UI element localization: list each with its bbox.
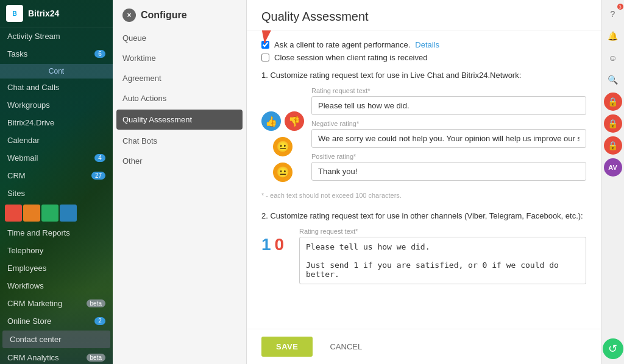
sidebar: B Bitrix24 Activity Stream Tasks 6 Cont … [0, 0, 113, 364]
rating-icons-col: 👍 👎 😐 😐 [261, 87, 304, 182]
bell-icon-btn[interactable]: 🔔 [604, 27, 622, 45]
sidebar-item-crm-analytics[interactable]: CRM Analytics beta [0, 349, 113, 364]
details-link[interactable]: Details [415, 40, 439, 49]
tile-blue [60, 205, 77, 222]
cont-tab: Cont [0, 64, 113, 79]
negative-rating-field: Negative rating* [311, 120, 586, 148]
online-store-badge: 2 [94, 317, 105, 325]
sidebar-item-drive[interactable]: Bitrix24.Drive [0, 114, 113, 131]
hint-text: * - each text should not exceed 100 char… [261, 192, 586, 199]
tasks-badge: 6 [94, 50, 105, 58]
main-content: Quality Assessment Ask a client to rate … [247, 0, 601, 364]
crm-badge: 27 [91, 172, 105, 180]
green-circle-btn[interactable]: ↺ [603, 338, 623, 359]
sidebar-item-employees[interactable]: Employees [0, 259, 113, 277]
lock-red-icon-btn-1[interactable]: 🔒 [604, 93, 622, 111]
question-icon-btn[interactable]: ? 3 [604, 5, 622, 23]
sidebar-title: Bitrix24 [28, 9, 59, 18]
rating-input-group-2: 1 0 Rating request text* [261, 228, 586, 291]
sidebar-item-webmail[interactable]: Webmail 4 [0, 149, 113, 167]
sidebar-item-workgroups[interactable]: Workgroups [0, 96, 113, 114]
tile-orange [23, 205, 40, 222]
section2-rating-request-field: Rating request text* [299, 228, 586, 286]
sidebar-item-contact-center[interactable]: Contact center [2, 331, 110, 348]
sidebar-item-crm-marketing[interactable]: CRM Marketing beta [0, 295, 113, 312]
rating-section-1: 👍 👎 😐 😐 Rating request text* Negative ra… [261, 87, 586, 199]
footer-buttons: SAVE CANCEL [247, 329, 601, 364]
number-1-icon: 1 [261, 235, 271, 254]
thumbs-up-icon: 👍 [261, 111, 281, 131]
configure-header: × Configure [113, 0, 246, 28]
bitrix-logo: B [6, 5, 23, 22]
configure-menu: Queue Worktime Agreement Auto Actions Qu… [113, 28, 246, 364]
checkbox-rate-agent-input[interactable] [261, 41, 269, 49]
number-icons: 1 0 [261, 228, 292, 254]
checkbox-close-session: Close session when client rating is rece… [261, 53, 586, 62]
configure-menu-worktime[interactable]: Worktime [113, 48, 246, 68]
tile-green [41, 205, 58, 222]
close-button[interactable]: × [122, 9, 136, 22]
sidebar-item-calendar[interactable]: Calendar [0, 131, 113, 149]
checkbox-rate-agent-label: Ask a client to rate agent performance. [274, 40, 410, 49]
right-panel: ? 3 🔔 ☺ 🔍 🔒 🔒 🔒 AV ↺ [601, 0, 624, 364]
inputs-col-1: Rating request text* Negative rating* Po… [311, 87, 586, 186]
sidebar-item-sites[interactable]: Sites [0, 184, 113, 202]
rating-request-label: Rating request text* [311, 87, 586, 94]
section2-rating-request-textarea[interactable] [299, 237, 586, 284]
sidebar-item-crm[interactable]: CRM 27 [0, 167, 113, 184]
sidebar-tiles [0, 202, 113, 224]
configure-panel: × Configure Queue Worktime Agreement Aut… [113, 0, 247, 364]
right-bottom: ↺ [603, 338, 623, 359]
sidebar-item-tasks[interactable]: Tasks 6 [0, 45, 113, 63]
sidebar-item-activity-stream[interactable]: Activity Stream [0, 27, 113, 45]
emoji-ok-icon: 😐 [273, 163, 292, 182]
positive-rating-input[interactable] [311, 162, 586, 181]
configure-menu-queue[interactable]: Queue [113, 28, 246, 48]
checkbox-rate-agent: Ask a client to rate agent performance. … [261, 40, 586, 49]
rating-request-input[interactable] [311, 96, 586, 115]
section2-rating-request-label: Rating request text* [299, 228, 586, 235]
smiley-icon-btn[interactable]: ☺ [604, 49, 622, 67]
question-badge: 3 [617, 4, 623, 10]
sidebar-item-telephony[interactable]: Telephony [0, 242, 113, 259]
positive-rating-label: Positive rating* [311, 153, 586, 160]
rating-input-group-1: 👍 👎 😐 😐 Rating request text* Negative ra… [261, 87, 586, 186]
positive-rating-field: Positive rating* [311, 153, 586, 181]
save-button[interactable]: SAVE [261, 337, 313, 357]
sidebar-item-time-reports[interactable]: Time and Reports [0, 224, 113, 242]
main-body: Ask a client to rate agent performance. … [247, 30, 601, 329]
checkbox-close-session-label: Close session when client rating is rece… [274, 53, 427, 62]
configure-title: Configure [141, 10, 187, 21]
rating-section-2: 1 0 Rating request text* [261, 228, 586, 291]
rating-request-field: Rating request text* [311, 87, 586, 115]
lock-red-icon-btn-2[interactable]: 🔒 [604, 114, 622, 133]
sidebar-item-workflows[interactable]: Workflows [0, 277, 113, 295]
main-title: Quality Assessment [247, 0, 601, 30]
tile-red [5, 205, 22, 222]
inputs-col-2: Rating request text* [299, 228, 586, 291]
thumbs-down-icon: 👎 [285, 111, 304, 131]
negative-rating-label: Negative rating* [311, 120, 586, 127]
number-0-icon: 0 [275, 235, 285, 254]
configure-menu-chat-bots[interactable]: Chat Bots [113, 131, 246, 151]
sidebar-item-online-store[interactable]: Online Store 2 [0, 312, 113, 330]
section1-title: 1. Customize rating request text for use… [261, 71, 586, 80]
emoji-neutral-icon: 😐 [273, 137, 292, 156]
lock-red-icon-btn-3[interactable]: 🔒 [604, 136, 622, 155]
sidebar-item-chat-calls[interactable]: Chat and Calls [0, 79, 113, 96]
avatar-icon[interactable]: AV [604, 158, 622, 177]
checkbox-close-session-input[interactable] [261, 54, 269, 61]
section2-title: 2. Customize rating request text for use… [261, 211, 586, 220]
crm-marketing-badge: beta [87, 299, 105, 307]
configure-menu-other[interactable]: Other [113, 151, 246, 171]
configure-menu-quality-assessment[interactable]: Quality Assessment [116, 110, 243, 130]
configure-menu-agreement[interactable]: Agreement [113, 68, 246, 88]
negative-rating-input[interactable] [311, 129, 586, 148]
crm-analytics-badge: beta [87, 354, 105, 362]
configure-menu-auto-actions[interactable]: Auto Actions [113, 88, 246, 108]
sidebar-header: B Bitrix24 [0, 0, 113, 27]
search-icon-btn[interactable]: 🔍 [604, 71, 622, 89]
cancel-button[interactable]: CANCEL [320, 337, 372, 357]
webmail-badge: 4 [94, 154, 105, 162]
